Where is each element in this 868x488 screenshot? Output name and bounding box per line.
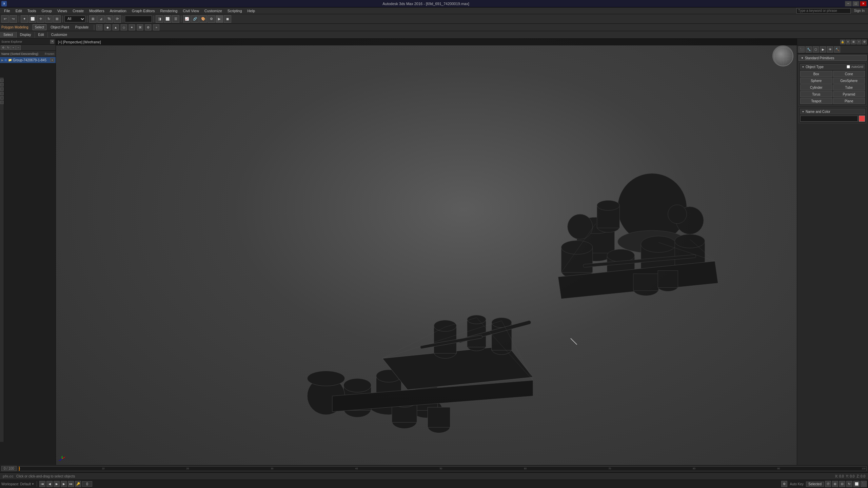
frame-input[interactable]: [82, 481, 92, 487]
grid-snap-btn[interactable]: ⊟: [839, 481, 845, 487]
display-icon[interactable]: 👁: [827, 46, 833, 53]
mini-btn-1[interactable]: [0, 79, 4, 82]
undo-btn[interactable]: ↩: [1, 15, 9, 23]
mini-btn-5[interactable]: [0, 96, 4, 100]
time-config-btn[interactable]: ⏱: [825, 481, 831, 487]
scene-item-group[interactable]: ▶ ⊞ 📁 Group-7420679-1-845 +: [0, 57, 56, 63]
mini-btn-2[interactable]: [0, 83, 4, 86]
sign-in-btn[interactable]: Sign In: [852, 9, 867, 13]
tab-select-main[interactable]: Select: [0, 32, 17, 38]
workspace-dropdown[interactable]: Workspace: Default ▼: [1, 482, 34, 486]
key-mode-btn[interactable]: 🔑: [75, 481, 81, 487]
orbit-btn[interactable]: ↻: [846, 481, 852, 487]
btn-cylinder[interactable]: Cylinder: [800, 84, 832, 90]
mini-btn-6[interactable]: [0, 101, 4, 104]
select-object-btn[interactable]: ✦: [21, 15, 28, 23]
align-btn[interactable]: ⬜: [164, 15, 171, 23]
search-input[interactable]: [796, 8, 851, 14]
set-key-filters-btn[interactable]: ⚙: [781, 481, 787, 487]
menu-group[interactable]: Group: [39, 8, 55, 14]
scene-sync-btn[interactable]: ↻: [6, 45, 11, 50]
rp-icon2[interactable]: ≡: [846, 40, 850, 44]
btn-sphere[interactable]: Sphere: [800, 78, 832, 84]
menu-civil-view[interactable]: Civil View: [180, 8, 201, 14]
next-frame-btn[interactable]: ▶: [61, 481, 67, 487]
angle-snap-btn[interactable]: ⊿: [97, 15, 105, 23]
mirror-btn[interactable]: ◨: [156, 15, 163, 23]
scene-delete-btn[interactable]: −: [16, 45, 21, 50]
menu-animation[interactable]: Animation: [107, 8, 129, 14]
maximize-btn[interactable]: □: [852, 1, 859, 6]
mini-btn-4[interactable]: [0, 92, 4, 95]
window-controls[interactable]: − □ ✕: [845, 1, 867, 6]
menu-customize[interactable]: Customize: [202, 8, 225, 14]
mini-btn-3[interactable]: [0, 87, 4, 91]
minimize-btn[interactable]: −: [845, 1, 852, 6]
btn-box[interactable]: Box: [800, 71, 832, 77]
btn-cone[interactable]: Cone: [833, 71, 865, 77]
named-selection-btn[interactable]: [125, 16, 152, 22]
maximize-viewport-btn[interactable]: ⬛: [861, 481, 867, 487]
autogrid-checkbox[interactable]: AutoGrid: [847, 65, 863, 68]
viewport-area[interactable]: [+] [Perspective] [Wireframe]: [56, 39, 797, 465]
tab-edit[interactable]: Edit: [35, 32, 48, 38]
close-btn[interactable]: ✕: [860, 1, 867, 6]
menu-views[interactable]: Views: [55, 8, 70, 14]
prev-frame-btn[interactable]: ◀: [46, 481, 53, 487]
utilities-icon[interactable]: 🔨: [834, 46, 840, 53]
menu-rendering[interactable]: Rendering: [158, 8, 180, 14]
menu-tools[interactable]: Tools: [25, 8, 39, 14]
scene-close-btn[interactable]: ✕: [50, 40, 54, 44]
menu-scripting[interactable]: Scripting: [225, 8, 245, 14]
scene-add-btn[interactable]: +: [11, 45, 16, 50]
select-region-btn[interactable]: ⬜: [29, 15, 36, 23]
rotate-btn[interactable]: ↻: [45, 15, 53, 23]
standard-primitives-header[interactable]: ▼ Standard Primitives: [798, 55, 867, 61]
pm-more-btn[interactable]: »: [153, 24, 159, 30]
btn-teapot[interactable]: Teapot: [800, 98, 832, 104]
viewport-navigator[interactable]: [772, 45, 793, 66]
object-type-header[interactable]: ▼ Object Type AutoGrid: [800, 64, 865, 69]
object-name-input[interactable]: [800, 116, 858, 122]
name-color-header[interactable]: ▼ Name and Color: [800, 109, 865, 114]
reference-coord-dropdown[interactable]: All View Screen World: [64, 16, 85, 22]
go-start-btn[interactable]: ⏮: [39, 481, 45, 487]
render-btn[interactable]: ▶: [216, 15, 223, 23]
pm-btn7[interactable]: ⚙: [145, 24, 151, 30]
pm-btn6[interactable]: ⌘: [137, 24, 143, 30]
create-icon[interactable]: ⬛: [798, 46, 805, 53]
hierarchy-icon[interactable]: ⬡: [813, 46, 819, 53]
scale-btn[interactable]: ⊞: [53, 15, 61, 23]
rp-icon4[interactable]: +: [856, 40, 861, 44]
menu-modifiers[interactable]: Modifiers: [86, 8, 107, 14]
add-to-group-btn[interactable]: +: [50, 58, 54, 62]
btn-tube[interactable]: Tube: [833, 84, 865, 90]
go-end-btn[interactable]: ⏭: [68, 481, 74, 487]
material-editor-btn[interactable]: 🎨: [199, 15, 207, 23]
btn-geosphere[interactable]: GeoSphere: [833, 78, 865, 84]
render-setup-btn[interactable]: ⚙: [208, 15, 215, 23]
menu-create[interactable]: Create: [70, 8, 86, 14]
timeline-track[interactable]: 0 10 20 30 40 50 60 70 80 90 100: [18, 466, 867, 471]
btn-plane[interactable]: Plane: [833, 98, 865, 104]
spinner-snap-btn[interactable]: ⟳: [114, 15, 121, 23]
schematic-view-btn[interactable]: 🔗: [191, 15, 199, 23]
rp-icon5[interactable]: ⚙: [862, 40, 867, 44]
pm-btn5[interactable]: ✦: [129, 24, 135, 30]
rp-icon3[interactable]: ⊞: [851, 40, 856, 44]
tab-object-paint[interactable]: Object Paint: [48, 25, 71, 30]
tab-select[interactable]: Select: [33, 24, 47, 30]
snap-toggle-btn[interactable]: ⊞: [89, 15, 97, 23]
modify-icon[interactable]: 🔧: [806, 46, 812, 53]
pm-btn2[interactable]: ◆: [104, 24, 111, 30]
btn-torus[interactable]: Torus: [800, 91, 832, 97]
tab-populate[interactable]: Populate: [73, 25, 91, 30]
rp-icon1[interactable]: 🔒: [840, 40, 845, 44]
curve-editor-btn[interactable]: 📈: [183, 15, 191, 23]
pm-btn1[interactable]: ⬛: [96, 24, 102, 30]
redo-btn[interactable]: ↪: [9, 15, 17, 23]
menu-edit[interactable]: Edit: [13, 8, 25, 14]
tab-display[interactable]: Display: [17, 32, 35, 38]
play-btn[interactable]: ▶: [54, 481, 60, 487]
viewport-config-btn[interactable]: ⊞: [832, 481, 838, 487]
